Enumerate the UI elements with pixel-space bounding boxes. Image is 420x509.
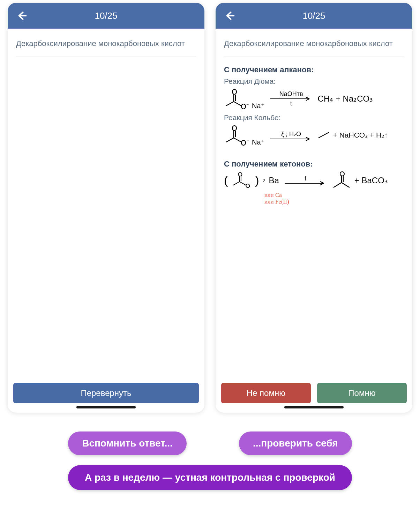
- svg-point-1: [241, 104, 246, 109]
- svg-point-12: [340, 172, 344, 176]
- ketone-products: + BaCO₃: [354, 176, 388, 185]
- dumas-reaction: − Na⁺ NaOHтв t CH₄ + Na₂CO₃: [224, 88, 404, 110]
- arrow-left-icon: [16, 10, 27, 21]
- remember-button[interactable]: Помню: [317, 383, 407, 403]
- flip-button[interactable]: Перевернуть: [13, 383, 199, 403]
- home-indicator: [284, 406, 344, 408]
- phones-row: 10/25 Декарбоксилирование монокарбоновых…: [0, 0, 420, 413]
- caption-right-pill: ...проверить себя: [239, 431, 352, 455]
- progress-counter: 10/25: [95, 10, 117, 21]
- svg-point-4: [232, 126, 237, 131]
- footer: Перевернуть: [8, 383, 204, 413]
- acetate-icon: −: [224, 88, 251, 110]
- caption-left-pill: Вспомнить ответ...: [68, 431, 187, 455]
- kolbe-reaction: − Na⁺ ξ ; H₂O + NaHCO₃ + H₂↑: [224, 124, 404, 146]
- dumas-label: Реакция Дюма:: [224, 77, 404, 86]
- back-button[interactable]: [223, 9, 236, 22]
- acetone-icon: [332, 171, 351, 190]
- home-indicator: [76, 406, 136, 408]
- svg-text:−: −: [250, 182, 252, 186]
- card-question: Декарбоксилирование монокарбоновых кисло…: [224, 38, 404, 57]
- reagent-metal: Ba: [269, 176, 279, 185]
- caption-wide-pill: А раз в неделю — устная контрольная с пр…: [68, 465, 352, 490]
- alkane-fragment-icon: [318, 131, 330, 139]
- svg-point-9: [246, 184, 250, 187]
- flashcard-back: 10/25 Декарбоксилирование монокарбоновых…: [216, 3, 412, 413]
- acetate-icon: −: [224, 124, 251, 146]
- alt-metals-note: или Ca или Fe(II): [264, 192, 404, 205]
- flashcard-front: 10/25 Декарбоксилирование монокарбоновых…: [8, 3, 204, 413]
- acetate-icon: −: [231, 171, 254, 190]
- kolbe-label: Реакция Кольбе:: [224, 113, 404, 122]
- card-answer: С получением алканов: Реакция Дюма: − Na…: [224, 57, 404, 205]
- back-button[interactable]: [15, 9, 28, 22]
- footer: Не помню Помню: [216, 383, 412, 413]
- svg-point-5: [241, 140, 246, 145]
- ketone-reaction: ( − )2 Ba t: [224, 171, 404, 190]
- svg-point-0: [232, 89, 237, 94]
- reaction-arrow: t: [285, 175, 327, 186]
- card-content: Декарбоксилирование монокарбоновых кисло…: [8, 29, 204, 383]
- section-alkanes-title: С получением алканов:: [224, 65, 404, 74]
- reaction-arrow: ξ ; H₂O: [270, 130, 312, 140]
- svg-text:−: −: [246, 102, 249, 107]
- svg-point-8: [239, 172, 242, 176]
- kolbe-cation: Na⁺: [252, 138, 265, 146]
- dumas-cation: Na⁺: [252, 102, 265, 110]
- card-content: Декарбоксилирование монокарбоновых кисло…: [216, 29, 412, 383]
- dont-remember-button[interactable]: Не помню: [221, 383, 311, 403]
- section-ketones-title: С получением кетонов:: [224, 160, 404, 169]
- kolbe-products: + NaHCO₃ + H₂↑: [333, 131, 388, 139]
- caption-row: Вспомнить ответ... ...проверить себя: [68, 431, 352, 455]
- header-bar: 10/25: [8, 3, 204, 29]
- reaction-arrow: NaOHтв t: [270, 90, 312, 107]
- svg-text:−: −: [246, 138, 249, 143]
- reagent-coeff: 2: [263, 178, 265, 183]
- dumas-products: CH₄ + Na₂CO₃: [318, 94, 373, 104]
- arrow-left-icon: [224, 10, 235, 21]
- header-bar: 10/25: [216, 3, 412, 29]
- progress-counter: 10/25: [302, 10, 325, 21]
- card-question: Декарбоксилирование монокарбоновых кисло…: [16, 38, 196, 57]
